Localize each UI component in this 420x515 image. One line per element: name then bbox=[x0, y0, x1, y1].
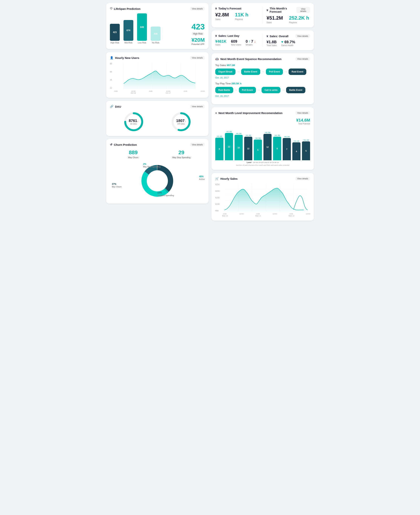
overall-total-label: Total Sales bbox=[267, 44, 277, 46]
level-total-val: ¥14.6M bbox=[215, 118, 310, 123]
level-bar-top-label: +¥1.3M bbox=[265, 132, 270, 133]
whales-val: 0 bbox=[246, 39, 248, 44]
lastday-sales-val: ¥461K bbox=[215, 39, 226, 44]
may-stop-label: May Stop Spending bbox=[171, 156, 192, 159]
event-sequence-title: 🤖 Next Month Event Squence Recommendatio… bbox=[215, 57, 281, 61]
level-bar-group: +¥1.6M 12 bbox=[225, 131, 233, 160]
event-sequence-view-details[interactable]: View details bbox=[295, 57, 310, 61]
event-pill-battle-event: Battle Event bbox=[286, 87, 305, 93]
churn-46-label: 46% Active bbox=[199, 175, 205, 180]
churn-card: ↺ Churn Prediction View details 889 May … bbox=[106, 139, 209, 204]
event-arrow: → bbox=[234, 88, 238, 92]
yen-icon: ¥ bbox=[215, 7, 217, 10]
top-sales-label: Top Sales ¥67.1M bbox=[215, 64, 310, 67]
top-sales-date: Oct. 16, 2017 bbox=[215, 76, 310, 79]
level-bar-group: +¥1.4M 12 bbox=[244, 134, 252, 160]
level-improvement-card: ≡ Next Month Level Improvement Recomenda… bbox=[211, 107, 314, 170]
top-playtime-label: Top Play Time 285.5K h bbox=[215, 82, 310, 85]
churn-view-details[interactable]: View details bbox=[190, 143, 205, 147]
level-bar-group: +¥1.5M 5 bbox=[254, 137, 262, 160]
today-playtime-label: Playtime bbox=[235, 18, 248, 20]
heart-icon: ♡ bbox=[110, 7, 112, 10]
event-sequence-card: 🤖 Next Month Event Squence Recommendatio… bbox=[211, 53, 314, 104]
bar-rect: 338 bbox=[151, 27, 160, 41]
level-bar-group: +¥1.1M 4 bbox=[292, 140, 300, 160]
level-bar-top-label: +¥1.5M bbox=[236, 132, 241, 134]
today-sales-label: Sales bbox=[215, 18, 229, 20]
hourly-users-view-details[interactable]: View details bbox=[190, 56, 205, 60]
lifespan-bar-no-risk: 338 No Risk bbox=[151, 27, 160, 44]
level-bar-inner: 4 bbox=[292, 142, 300, 160]
level-bar-inner: 12 bbox=[225, 133, 233, 160]
yen-icon2: ¥ bbox=[267, 8, 268, 12]
game-health-label: Game Health bbox=[281, 44, 295, 46]
sales-lastday-title: ¥ Sales: Last Day bbox=[215, 34, 259, 37]
dau-view-details[interactable]: View details bbox=[190, 105, 205, 108]
hourly-sales-card: 🛒 Hourly Sales View details ¥25K¥20K¥15K… bbox=[211, 173, 314, 221]
event-pill-raid-battle: Raid Battle bbox=[215, 87, 233, 93]
event-pill-battle-event: Battle Event bbox=[241, 68, 260, 75]
level-bar-group: +¥1.3M 12 bbox=[263, 132, 271, 160]
month-forecast-view-details[interactable]: View details bbox=[296, 7, 310, 13]
sales-overall: ¥ Sales: Overall View details ¥1.8B Tota… bbox=[267, 34, 310, 46]
may-stop-stat: 29 May Stop Spending bbox=[158, 149, 205, 159]
event-pill-gigant-break: Gigant Break bbox=[215, 68, 235, 75]
hourly-sales-title: 🛒 Hourly Sales bbox=[215, 177, 238, 180]
whales-val2: 7 bbox=[251, 39, 253, 44]
lifespan-big-num: 423 bbox=[192, 22, 205, 31]
level-icon: ≡ bbox=[215, 111, 217, 115]
bar-rect: 849 bbox=[137, 13, 147, 41]
lifespan-potential-label: Potential UPP bbox=[192, 43, 205, 45]
churn-15-label: 15% Stopped Spending bbox=[157, 191, 174, 197]
lastday-users-val: 609 bbox=[231, 39, 241, 44]
sales-overall-view-details[interactable]: View details bbox=[295, 34, 310, 38]
level-bar-top-label: +¥1.4M bbox=[217, 135, 222, 137]
sales-overall-title: ¥ Sales: Overall bbox=[267, 35, 289, 38]
month-sales-val: ¥51.2M bbox=[267, 15, 283, 21]
yen-icon3: ¥ bbox=[215, 34, 217, 37]
level-bar-inner: 7 bbox=[283, 138, 291, 160]
level-improvement-title: ≡ Next Month Level Improvement Recomenda… bbox=[215, 111, 283, 115]
month-forecast: ¥ This Month's Forecast View details ¥51… bbox=[267, 7, 310, 24]
top-playtime-event-flow: Raid Battle→Poll Event→Call to arms→Batt… bbox=[215, 87, 310, 93]
heart-filled-icon: ♥ bbox=[281, 40, 283, 44]
lifespan-bar-low-risk: 849 Low Risk bbox=[137, 13, 147, 44]
bar-rect: 423 bbox=[110, 24, 120, 41]
hourly-sales-chart bbox=[222, 184, 310, 212]
bar-label: No Risk bbox=[152, 42, 159, 44]
level-bar-group: +¥1.4M 8 bbox=[215, 135, 223, 160]
all-dau-value: 8761↓ bbox=[129, 118, 139, 123]
churn-37-label: 37% May Churn bbox=[112, 183, 122, 188]
event-arrow: → bbox=[237, 70, 240, 74]
level-bar-group: +¥1.5M 10 bbox=[234, 132, 243, 160]
event-arrow: → bbox=[282, 88, 285, 92]
level-bar-top-label: +¥1.1M bbox=[303, 139, 309, 141]
level-chart: +¥1.4M 8 +¥1.6M 12 +¥1.5M 10 +¥1.4M 12 +… bbox=[215, 127, 310, 161]
overall-total-val: ¥1.8B bbox=[267, 40, 277, 44]
level-bar-inner: 5 bbox=[254, 140, 262, 160]
lifespan-big-label: High Risk bbox=[192, 32, 204, 36]
vip-dau-value: 1807↓ bbox=[176, 118, 186, 123]
month-sales-label: Sales bbox=[267, 21, 283, 24]
bar-rect: 674 bbox=[123, 20, 133, 41]
lifespan-potential: ¥20M bbox=[192, 37, 205, 43]
lifespan-view-details[interactable]: View details bbox=[190, 7, 205, 11]
may-churn-stat: 889 May Churn bbox=[110, 149, 157, 159]
today-forecast-title: ¥ Today's Forecast bbox=[215, 7, 259, 10]
level-total-label: Total Potential bbox=[215, 123, 310, 125]
hourly-sales-view-details[interactable]: View details bbox=[295, 177, 310, 180]
level-bar-inner: 12 bbox=[244, 137, 252, 160]
month-forecast-title: ¥ This Month's Forecast bbox=[267, 7, 297, 13]
event-pill-call-to-arms: Call to arms bbox=[262, 87, 281, 93]
hourly-users-title: 👤 Hourly New Users bbox=[110, 56, 139, 59]
whale-down-arrow: ↓ bbox=[254, 39, 256, 44]
top-sales-event-flow: Gigant Break→Battle Event→Poll Event→Rai… bbox=[215, 68, 310, 75]
may-churn-label: May Churn bbox=[127, 156, 140, 159]
level-bar-top-label: +¥1.2M bbox=[284, 136, 290, 138]
may-churn-val: 889 bbox=[110, 149, 157, 155]
bar-label: Mid Risk bbox=[124, 42, 132, 44]
level-view-details[interactable]: View details bbox=[295, 111, 310, 115]
month-playtime-label: Playtime bbox=[289, 21, 309, 24]
today-playtime-val: 11K h bbox=[235, 12, 248, 18]
lifespan-card: ♡ LifeSpan Prediction View details 423 H… bbox=[106, 3, 209, 49]
